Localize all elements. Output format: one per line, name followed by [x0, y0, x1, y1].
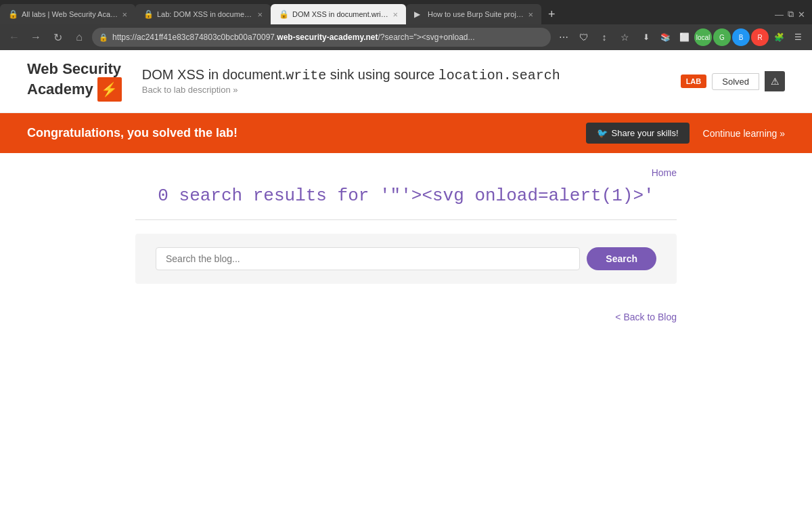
- close-button[interactable]: ✕: [798, 9, 805, 20]
- banner-actions: 🐦 Share your skills! Continue learning »: [586, 123, 785, 144]
- congrats-banner: Congratulations, you solved the lab! 🐦 S…: [0, 113, 812, 153]
- tab-all-labs[interactable]: 🔒 All labs | Web Security Academ... ×: [0, 4, 135, 24]
- address-bar-row: ← → ↻ ⌂ 🔒 https://ac241ff41e83c874803c0b…: [0, 24, 812, 50]
- tab-title-2: Lab: DOM XSS in document.wr...: [157, 10, 253, 18]
- share-button[interactable]: 🐦 Share your skills!: [586, 123, 690, 144]
- tab-favicon-2: 🔒: [143, 9, 153, 19]
- tab-title-3: DOM XSS in document.write s...: [292, 10, 388, 18]
- logo-academy: Academy: [27, 81, 93, 98]
- lab-title-prefix: DOM XSS in document.: [142, 67, 286, 82]
- ext-download[interactable]: ⬇: [637, 28, 655, 46]
- search-input[interactable]: [156, 247, 580, 270]
- tab-close-4[interactable]: ×: [528, 9, 533, 20]
- congrats-text: Congratulations, you solved the lab!: [27, 126, 238, 140]
- search-box-area: Search: [135, 234, 677, 284]
- twitter-icon: 🐦: [597, 128, 608, 138]
- address-bar-actions: ⋯ 🛡 ↕ ☆: [555, 28, 633, 46]
- search-results-heading: 0 search results for '"'><svg onload=ale…: [135, 186, 677, 220]
- share-button-label: Share your skills!: [612, 128, 679, 138]
- solved-badge: Solved: [712, 73, 759, 90]
- logo-web-security: Web Security: [27, 61, 122, 77]
- address-bar[interactable]: 🔒 https://ac241ff41e83c874803c0bcb00a700…: [92, 28, 551, 47]
- tab-bar: 🔒 All labs | Web Security Academ... × 🔒 …: [0, 0, 812, 24]
- tab-close-2[interactable]: ×: [257, 9, 263, 20]
- logo-area: Web Security Academy ⚡: [27, 61, 122, 102]
- ext-library[interactable]: 📚: [656, 28, 674, 46]
- tab-close-3[interactable]: ×: [392, 9, 398, 20]
- ext-red[interactable]: R: [751, 28, 769, 46]
- tab-title-1: All labs | Web Security Academ...: [22, 10, 118, 18]
- back-to-description-link[interactable]: Back to lab description »: [142, 85, 238, 95]
- sync-icon[interactable]: ↕: [595, 28, 613, 46]
- lab-title-suffix: sink using source: [326, 67, 438, 82]
- extensions-area: ⬇ 📚 ⬜ local G B R 🧩 ☰: [637, 28, 807, 46]
- tab-close-1[interactable]: ×: [122, 9, 127, 20]
- url-bold: web-security-academy.net: [277, 33, 378, 42]
- ext-profile[interactable]: local: [694, 28, 712, 46]
- tab-title-4: How to use Burp Suite project...: [428, 10, 524, 18]
- back-to-blog: < Back to Blog: [135, 311, 677, 323]
- bookmark-icon[interactable]: ☆: [616, 28, 633, 46]
- tab-favicon-4: ▶: [414, 9, 424, 19]
- ext-blue[interactable]: B: [732, 28, 750, 46]
- refresh-button[interactable]: ↻: [49, 28, 66, 46]
- ext-reader[interactable]: ⬜: [675, 28, 693, 46]
- back-button[interactable]: ←: [5, 28, 23, 46]
- continue-learning-link[interactable]: Continue learning »: [703, 128, 785, 139]
- lab-badge: LAB: [681, 75, 707, 88]
- tab-favicon-1: 🔒: [8, 9, 18, 19]
- search-button[interactable]: Search: [587, 247, 656, 270]
- browser-chrome: 🔒 All labs | Web Security Academ... × 🔒 …: [0, 0, 812, 50]
- ext-menu[interactable]: ☰: [789, 28, 807, 46]
- forward-button[interactable]: →: [27, 28, 45, 46]
- main-content: Home 0 search results for '"'><svg onloa…: [108, 153, 704, 337]
- home-nav-button[interactable]: ⌂: [70, 28, 88, 46]
- lab-title: DOM XSS in document.write sink using sou…: [142, 67, 660, 83]
- tab-burp-suite[interactable]: ▶ How to use Burp Suite project... ×: [406, 4, 541, 24]
- ext-puzzle[interactable]: 🧩: [770, 28, 788, 46]
- site-header: Web Security Academy ⚡ DOM XSS in docume…: [0, 50, 812, 113]
- url-prefix: https://ac241ff41e83c874803c0bcb00a70097…: [112, 33, 277, 42]
- url-suffix: /?search="><svg+onload...: [378, 33, 475, 42]
- lab-badge-area: LAB Solved ⚠: [681, 71, 785, 91]
- extensions-button[interactable]: ⋯: [555, 28, 572, 46]
- header-lab-info: DOM XSS in document.write sink using sou…: [142, 67, 660, 96]
- shield-icon[interactable]: 🛡: [575, 28, 593, 46]
- tab-favicon-3: 🔒: [279, 9, 288, 19]
- new-tab-button[interactable]: +: [541, 4, 562, 24]
- logo-icon: ⚡: [97, 77, 122, 102]
- home-nav: Home: [135, 167, 677, 179]
- ext-green[interactable]: G: [713, 28, 731, 46]
- lab-title-mono: write: [286, 68, 326, 83]
- tab-dom-xss-active[interactable]: 🔒 DOM XSS in document.write s... ×: [271, 4, 406, 24]
- restore-button[interactable]: ⧉: [788, 9, 794, 20]
- home-link[interactable]: Home: [652, 167, 677, 178]
- tab-lab-dom[interactable]: 🔒 Lab: DOM XSS in document.wr... ×: [135, 4, 271, 24]
- back-to-blog-link[interactable]: < Back to Blog: [615, 312, 677, 322]
- logo-text: Web Security Academy ⚡: [27, 61, 122, 102]
- lock-icon: 🔒: [99, 33, 108, 42]
- url-text: https://ac241ff41e83c874803c0bcb00a70097…: [112, 33, 544, 42]
- lab-title-mono2: location.search: [438, 68, 560, 83]
- page-content: Web Security Academy ⚡ DOM XSS in docume…: [0, 50, 812, 337]
- minimize-button[interactable]: —: [775, 9, 784, 20]
- solved-icon-button[interactable]: ⚠: [765, 71, 785, 91]
